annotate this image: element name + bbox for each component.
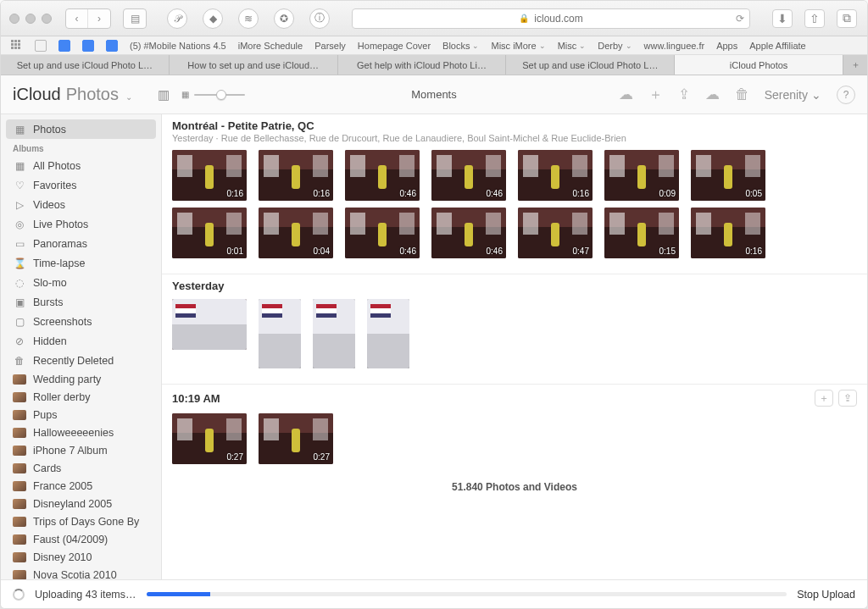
video-thumbnail[interactable]: 0:15 [604, 208, 679, 258]
favorite-item[interactable]: Apple Affiliate [749, 41, 805, 51]
back-button[interactable]: ‹ [66, 9, 88, 28]
sidebar-item[interactable]: ▷Videos [1, 195, 161, 214]
sidebar-item[interactable]: ⌛Time-lapse [1, 253, 161, 273]
sidebar-item-label: Pups [33, 409, 58, 421]
video-thumbnail[interactable]: 0:04 [259, 208, 333, 258]
sidebar-item[interactable]: Cards [1, 459, 161, 477]
sidebar-item-photos[interactable]: ▦ Photos [6, 119, 156, 139]
info-icon[interactable]: ⓘ [309, 8, 330, 29]
pinterest-icon[interactable]: 𝒫 [167, 8, 187, 29]
video-thumbnail[interactable]: 0:47 [518, 208, 593, 258]
add-icon[interactable]: ＋ [648, 85, 663, 104]
browser-tab[interactable]: ×Set up and use iCloud Photo L… [1, 55, 170, 75]
favorite-item[interactable]: Misc⌄ [558, 41, 587, 51]
upload-icon[interactable]: ☁︎ [619, 86, 633, 103]
sidebar-item[interactable]: iPhone 7 Album [1, 441, 161, 459]
app-brand[interactable]: iCloud Photos ⌄ [13, 85, 132, 104]
downloads-button[interactable]: ⬇ [772, 9, 793, 28]
sidebar-item[interactable]: ⊘Hidden [1, 331, 161, 351]
browser-tab[interactable]: ×Set up and use iCloud Photo L… [506, 55, 675, 75]
sidebar-item[interactable]: 🗑Recently Deleted [1, 351, 161, 370]
video-thumbnail[interactable]: 0:16 [518, 150, 593, 201]
onepassword-icon[interactable]: ◆ [203, 8, 223, 29]
sidebar-view-icon[interactable]: ▥ [158, 87, 170, 102]
thumbnail-row: 0:010:040:460:460:470:150:16 [172, 208, 857, 258]
zoom-window[interactable] [42, 14, 52, 24]
top-sites-icon[interactable] [11, 40, 23, 52]
favorite-item[interactable]: www.linguee.fr [644, 41, 705, 51]
close-window[interactable] [9, 14, 19, 24]
video-thumbnail[interactable]: 0:01 [172, 208, 247, 258]
video-thumbnail[interactable]: 0:46 [345, 150, 420, 201]
forward-button[interactable]: › [88, 9, 110, 28]
browser-tab[interactable]: ×Get help with iCloud Photo Li… [338, 55, 507, 75]
buffer-icon[interactable]: ≋ [238, 8, 259, 29]
video-thumbnail[interactable]: 0:46 [345, 208, 420, 258]
favorite-folder-icon[interactable] [58, 40, 70, 52]
sidebar-item[interactable]: ◎Live Photos [1, 214, 161, 234]
tabs-button[interactable]: ⧉ [837, 9, 857, 28]
sidebar-item[interactable]: ▢Screenshots [1, 312, 161, 331]
new-tab-button[interactable]: ＋ [843, 55, 867, 75]
sidebar-item[interactable]: Halloweeeeenies [1, 424, 161, 441]
sidebar-item[interactable]: ▭Panoramas [1, 234, 161, 253]
sidebar-item[interactable]: Faust (04/2009) [1, 530, 161, 548]
sidebar-item[interactable]: Roller derby [1, 388, 161, 406]
minimize-window[interactable] [25, 14, 36, 24]
share-icon[interactable]: ⇪ [678, 86, 690, 103]
sidebar-item-label: Nova Scotia 2010 [33, 569, 117, 580]
main-content[interactable]: Montréal - Petite Patrie, QCYesterday · … [162, 114, 867, 579]
favorite-item[interactable]: Blocks⌄ [442, 41, 479, 51]
photo-thumbnail[interactable] [367, 299, 409, 368]
sidebar-item[interactable]: Pups [1, 406, 161, 424]
video-thumbnail[interactable]: 0:16 [691, 208, 765, 258]
browser-tab[interactable]: ×How to set up and use iCloud… [170, 55, 338, 75]
address-bar[interactable]: 🔒 icloud.com ⟳ [352, 8, 750, 29]
favorite-item[interactable]: iMore Schedule [238, 41, 303, 51]
favorite-folder-icon[interactable] [35, 40, 47, 52]
video-thumbnail[interactable]: 0:16 [259, 150, 333, 201]
favorite-item[interactable]: Derby⌄ [598, 41, 632, 51]
sidebar-toggle[interactable]: ▤ [123, 8, 147, 29]
video-thumbnail[interactable]: 0:09 [604, 150, 679, 201]
sidebar-item[interactable]: Disneyland 2005 [1, 495, 161, 512]
sidebar-item[interactable]: Trips of Days Gone By [1, 512, 161, 530]
photo-thumbnail[interactable] [259, 299, 301, 368]
favorite-item[interactable]: Apps [716, 41, 737, 51]
sidebar-item-label: Favorites [33, 180, 76, 191]
video-thumbnail[interactable]: 0:46 [431, 150, 506, 201]
photo-thumbnail[interactable] [172, 299, 247, 350]
reload-icon[interactable]: ⟳ [736, 13, 744, 25]
video-thumbnail[interactable]: 0:46 [431, 208, 506, 258]
video-thumbnail[interactable]: 0:16 [172, 150, 247, 201]
video-thumbnail[interactable]: 0:05 [691, 150, 765, 201]
favorite-item[interactable]: (5) #Mobile Nations 4.5 [130, 41, 226, 51]
favorite-item[interactable]: Misc iMore⌄ [491, 41, 545, 51]
video-thumbnail[interactable]: 0:27 [259, 413, 333, 464]
sidebar-item[interactable]: ▣Bursts [1, 292, 161, 312]
adblock-icon[interactable]: ✪ [274, 8, 294, 29]
zoom-slider[interactable] [194, 94, 245, 96]
sidebar-item[interactable]: Nova Scotia 2010 [1, 566, 161, 579]
sidebar-item[interactable]: Disney 2010 [1, 548, 161, 566]
add-button[interactable]: ＋ [815, 390, 833, 407]
sidebar-item[interactable]: ♡Favorites [1, 175, 161, 195]
trash-icon[interactable]: 🗑 [735, 86, 749, 103]
favorite-folder-icon[interactable] [106, 40, 118, 52]
photo-thumbnail[interactable] [313, 299, 355, 368]
favorite-item[interactable]: Homepage Cover [358, 41, 431, 51]
sidebar-item[interactable]: ▦All Photos [1, 156, 161, 175]
download-icon[interactable]: ☁︎ [705, 86, 720, 103]
share-button[interactable]: ⇧ [804, 9, 825, 28]
share-button[interactable]: ⇪ [838, 390, 857, 407]
help-button[interactable]: ? [837, 86, 855, 104]
video-thumbnail[interactable]: 0:27 [172, 413, 247, 464]
favorite-item[interactable]: Parsely [314, 41, 346, 51]
stop-upload-button[interactable]: Stop Upload [797, 589, 855, 601]
sidebar-item[interactable]: France 2005 [1, 477, 161, 495]
favorite-folder-icon[interactable] [82, 40, 94, 52]
sidebar-item[interactable]: Wedding party [1, 370, 161, 388]
sidebar-item[interactable]: ◌Slo-mo [1, 273, 161, 292]
account-menu[interactable]: Serenity ⌄ [765, 88, 821, 102]
browser-tab[interactable]: ×iCloud Photos [675, 55, 843, 75]
